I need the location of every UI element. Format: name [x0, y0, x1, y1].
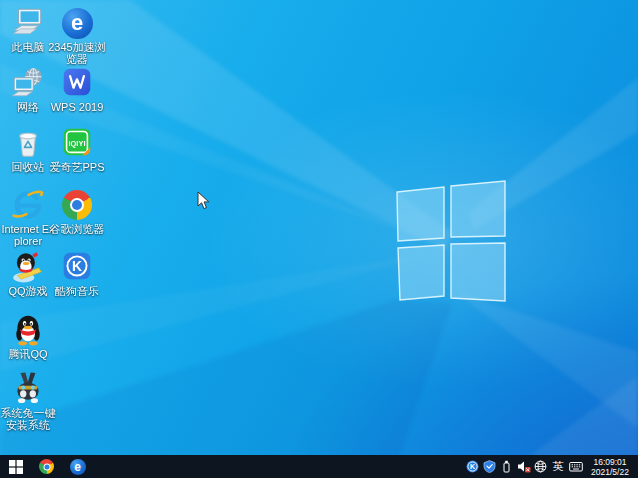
- tray-kugou-button[interactable]: K: [465, 459, 480, 474]
- 2345-e-letter: e: [71, 10, 83, 36]
- wps-icon: [60, 66, 94, 100]
- desktop-icon-label: 系统兔一键安装系统: [0, 407, 57, 431]
- desktop-icon-label: 此电脑: [12, 41, 45, 53]
- desktop-icon-tencent-qq[interactable]: 腾讯QQ: [0, 313, 57, 360]
- taskbar-2345-browser-button[interactable]: e: [64, 455, 91, 478]
- windows-start-icon: [9, 460, 23, 474]
- this-pc-icon: [11, 6, 45, 40]
- taskbar-clock[interactable]: 16:09:01 2021/5/22: [585, 457, 635, 477]
- desktop-icon-label: QQ游戏: [8, 285, 47, 297]
- iqiyi-icon: iQIYI: [60, 126, 94, 160]
- kugou-icon: K: [60, 250, 94, 284]
- mouse-cursor: [197, 191, 210, 214]
- windows-desktop: 此电脑 e 2345加速浏览器 网络: [0, 0, 638, 478]
- tray-ime-language-button[interactable]: 英: [550, 459, 566, 474]
- qq-games-icon: [11, 250, 45, 284]
- system-rabbit-icon: [11, 372, 45, 406]
- clock-time: 16:09:01: [585, 457, 635, 467]
- speaker-muted-icon: [517, 460, 531, 473]
- iqiyi-wordmark: iQIYI: [69, 139, 86, 148]
- desktop-icon-wps[interactable]: WPS 2019: [46, 66, 108, 113]
- network-icon: [11, 66, 45, 100]
- tray-network-globe-button[interactable]: [533, 459, 548, 474]
- recycle-bin-icon: [11, 126, 45, 160]
- desktop-icon-label: WPS 2019: [51, 101, 104, 113]
- usb-device-icon: [500, 460, 513, 473]
- desktop-icon-label: 2345加速浏览器: [46, 41, 108, 65]
- kugou-tray-icon: K: [466, 460, 479, 473]
- desktop-icon-label: 腾讯QQ: [8, 348, 47, 360]
- tencent-qq-icon: [11, 313, 45, 347]
- 2345-e-letter: e: [74, 460, 81, 474]
- 2345-taskbar-icon: e: [70, 459, 86, 475]
- chrome-icon: [60, 188, 94, 222]
- tray-security-shield-button[interactable]: [482, 459, 497, 474]
- desktop-icon-label: 回收站: [12, 161, 45, 173]
- 2345-browser-icon: e: [60, 6, 94, 40]
- desktop-icon-chrome[interactable]: 谷歌浏览器: [46, 188, 108, 235]
- chrome-taskbar-icon: [39, 459, 54, 474]
- desktop-icon-label: 爱奇艺PPS: [49, 161, 104, 173]
- desktop-icon-kugou[interactable]: K 酷狗音乐: [46, 250, 108, 297]
- taskbar-chrome-button[interactable]: [33, 455, 60, 478]
- desktop-icon-label: 酷狗音乐: [55, 285, 99, 297]
- taskbar: e K: [0, 455, 638, 478]
- desktop-icon-system-rabbit[interactable]: 系统兔一键安装系统: [0, 372, 57, 431]
- start-button[interactable]: [2, 455, 29, 478]
- desktop-icon-label: 网络: [17, 101, 39, 113]
- tray-volume-muted-button[interactable]: [516, 459, 531, 474]
- kugou-letter: K: [72, 258, 82, 274]
- desktop-icon-label: 谷歌浏览器: [50, 223, 105, 235]
- kugou-tray-letter: K: [470, 463, 475, 470]
- clock-date: 2021/5/22: [585, 467, 635, 477]
- security-shield-icon: [483, 460, 496, 473]
- tray-touch-keyboard-button[interactable]: [568, 459, 583, 474]
- network-globe-icon: [534, 460, 547, 473]
- tray-usb-device-button[interactable]: [499, 459, 514, 474]
- touch-keyboard-icon: [569, 460, 583, 473]
- system-tray: K: [465, 457, 638, 477]
- desktop-icon-2345-browser[interactable]: e 2345加速浏览器: [46, 6, 108, 65]
- internet-explorer-icon: [11, 188, 45, 222]
- desktop-icon-iqiyi[interactable]: iQIYI 爱奇艺PPS: [46, 126, 108, 173]
